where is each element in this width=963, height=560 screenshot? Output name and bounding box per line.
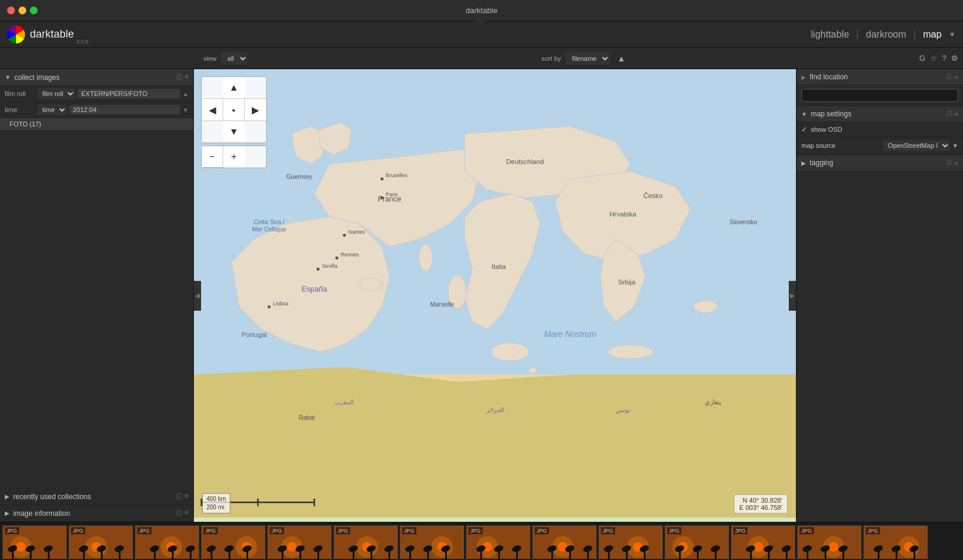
svg-text:Mer Celtique: Mer Celtique: [252, 226, 287, 233]
filmstrip-thumb[interactable]: JPG: [863, 525, 928, 561]
help-icon[interactable]: ?: [942, 54, 946, 63]
tagging-header[interactable]: ▶ tagging ⓘ ≡: [797, 154, 963, 171]
sort-arrow[interactable]: ▲: [617, 54, 625, 63]
pan-center-button[interactable]: ●: [223, 99, 245, 120]
svg-text:المغرب: المغرب: [335, 399, 354, 406]
app-logo: [7, 26, 25, 44]
filmstrip-thumb[interactable]: JPG: [2, 525, 67, 561]
nav-lighttable[interactable]: lighttable: [806, 27, 854, 42]
svg-text:Hrvatska: Hrvatska: [610, 211, 637, 218]
pan-left-button[interactable]: ◀: [202, 99, 223, 120]
filmstrip-thumb[interactable]: JPG: [400, 525, 464, 561]
svg-text:Rabat: Rabat: [299, 414, 315, 421]
nav-sep-1: |: [856, 29, 859, 40]
collect-images-header[interactable]: ▼ collect images ⓘ ≡: [0, 69, 193, 86]
pan-left-right: ◀ ● ▶: [202, 99, 266, 120]
filmstrip-thumb[interactable]: JPG: [731, 525, 795, 561]
filmstrip-thumb[interactable]: JPG: [532, 525, 597, 561]
left-panel-toggle[interactable]: ◀: [194, 281, 201, 311]
image-info-icons: ⓘ ≡: [176, 509, 189, 518]
map-settings-menu[interactable]: ≡: [955, 111, 958, 117]
view-dropdown[interactable]: all: [221, 52, 248, 64]
filmstrip-thumb[interactable]: JPG: [665, 525, 729, 561]
settings-icon[interactable]: ⚙: [951, 54, 958, 63]
right-panel-toggle[interactable]: ▶: [789, 281, 796, 311]
film-roll-dropdown[interactable]: film roll: [38, 88, 75, 99]
minimize-button[interactable]: [18, 7, 26, 14]
filmstrip-thumb[interactable]: JPG: [267, 525, 332, 561]
nav-dropdown-arrow[interactable]: ▼: [949, 30, 956, 39]
filmstrip-thumb[interactable]: JPG: [797, 525, 862, 561]
recently-menu-icon[interactable]: ≡: [185, 492, 189, 501]
filmstrip-thumb[interactable]: JPG: [201, 525, 266, 561]
filmstrip-thumb[interactable]: JPG: [334, 525, 398, 561]
show-osd-check[interactable]: ✓: [801, 125, 807, 134]
star-icon[interactable]: ☆: [930, 54, 937, 63]
tagging-info[interactable]: ⓘ: [946, 159, 952, 167]
collect-info-icon[interactable]: ⓘ: [176, 73, 183, 82]
svg-text:Česko: Česko: [643, 192, 662, 199]
left-panel: ▼ collect images ⓘ ≡ film roll film roll…: [0, 69, 194, 522]
zoom-in-button[interactable]: +: [223, 146, 245, 168]
show-osd-row: ✓ show OSD: [797, 122, 963, 137]
svg-text:Guernsey: Guernsey: [286, 174, 313, 180]
thumb-label: JPG: [800, 527, 814, 534]
google-icon[interactable]: G: [919, 54, 925, 63]
svg-point-37: [335, 256, 338, 259]
svg-text:Bruxelles: Bruxelles: [386, 172, 408, 178]
titlebar: darktable: [0, 0, 963, 21]
filmstrip-thumb[interactable]: JPG: [598, 525, 663, 561]
scale-200mi: 200 mi: [206, 503, 226, 512]
map-container[interactable]: España France Deutschland Italia Hrvatsk…: [194, 69, 796, 522]
recently-info-icon[interactable]: ⓘ: [176, 492, 183, 501]
svg-point-46: [16, 542, 26, 552]
film-roll-row: film roll film roll EXTERN/PERS/FOTO ▲: [0, 86, 193, 102]
pan-up-button[interactable]: ▲: [223, 77, 245, 98]
nav-map[interactable]: map: [918, 27, 946, 42]
close-button[interactable]: [7, 7, 15, 14]
collect-images-icons: ⓘ ≡: [176, 73, 189, 82]
map-area: España France Deutschland Italia Hrvatsk…: [194, 69, 796, 522]
svg-text:Deutschland: Deutschland: [506, 158, 544, 165]
film-roll-nav-up[interactable]: ▲: [183, 91, 189, 97]
svg-text:بنغازي: بنغازي: [705, 398, 721, 406]
find-location-title: find location: [810, 73, 946, 81]
find-location-info[interactable]: ⓘ: [946, 73, 952, 81]
thumb-label: JPG: [402, 527, 416, 534]
time-nav-down[interactable]: ▼: [183, 107, 189, 113]
view-toolbar: view all sort by filename ▲ G ☆ ? ⚙: [0, 48, 963, 69]
tagging-menu[interactable]: ≡: [955, 160, 958, 166]
pan-down-button[interactable]: ▼: [223, 121, 245, 143]
maximize-button[interactable]: [30, 7, 38, 14]
nav-links: lighttable | darkroom | map ▼: [806, 27, 956, 42]
svg-text:Lisboa: Lisboa: [273, 301, 288, 307]
map-source-row: map source OpenStreetMap I ▼: [797, 137, 963, 154]
find-location-header: ▶ find location ⓘ ≡: [797, 69, 963, 85]
svg-point-27: [381, 196, 384, 199]
collect-menu-icon[interactable]: ≡: [185, 73, 189, 82]
folder-item[interactable]: FOTO (17): [0, 118, 193, 131]
filmstrip-thumb[interactable]: JPG: [466, 525, 530, 561]
time-dropdown[interactable]: time: [38, 104, 67, 115]
map-scale: 400 km 200 mi: [202, 493, 230, 513]
image-info-icon[interactable]: ⓘ: [176, 509, 183, 518]
map-source-arrow[interactable]: ▼: [952, 143, 958, 149]
nav-darkroom[interactable]: darkroom: [861, 27, 911, 42]
image-information-section[interactable]: ▶ image information ⓘ ≡: [0, 505, 193, 522]
thumb-label: JPG: [336, 527, 350, 534]
recently-used-section[interactable]: ▶ recently used collections ⓘ ≡: [0, 488, 193, 505]
map-settings-header[interactable]: ▼ map settings ⓘ ≡: [797, 106, 963, 122]
map-source-dropdown[interactable]: OpenStreetMap I: [883, 140, 950, 151]
time-label: time: [5, 106, 38, 113]
find-location-menu[interactable]: ≡: [955, 74, 958, 81]
find-location-input[interactable]: [801, 89, 958, 102]
image-menu-icon[interactable]: ≡: [185, 509, 189, 518]
thumb-label: JPG: [733, 527, 748, 534]
find-location-expand[interactable]: ▶: [801, 74, 806, 81]
map-settings-info[interactable]: ⓘ: [946, 110, 952, 118]
pan-right-button[interactable]: ▶: [245, 99, 266, 120]
filmstrip-thumb[interactable]: JPG: [135, 525, 199, 561]
sort-dropdown[interactable]: filename: [566, 52, 610, 64]
zoom-out-button[interactable]: −: [202, 146, 223, 168]
filmstrip-thumb[interactable]: JPG: [69, 525, 133, 561]
